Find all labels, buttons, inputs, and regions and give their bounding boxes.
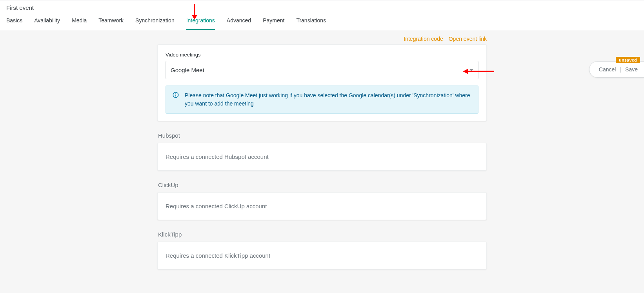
section-title-klicktipp: KlickTipp [158, 231, 487, 238]
cancel-button[interactable]: Cancel [599, 66, 616, 73]
tab-advanced[interactable]: Advanced [227, 13, 251, 30]
section-title-clickup: ClickUp [158, 182, 487, 188]
svg-point-2 [175, 93, 176, 94]
chevron-down-icon [469, 69, 473, 71]
page-header: First event BasicsAvailabilityMediaTeamw… [0, 0, 644, 30]
info-box: Please note that Google Meet just workin… [166, 86, 478, 114]
tab-integrations[interactable]: Integrations [186, 13, 215, 30]
section-card-clickup: Requires a connected ClickUp account [157, 192, 487, 220]
video-meetings-card: Video meetings Google Meet Please note t… [157, 44, 487, 121]
section-card-hubspot: Requires a connected Hubspot account [157, 143, 487, 171]
open-event-link[interactable]: Open event link [449, 36, 487, 42]
save-button[interactable]: Save [625, 66, 638, 73]
page-title: First event [0, 0, 644, 13]
separator: | [620, 66, 621, 73]
tab-synchronization[interactable]: Synchronization [135, 13, 175, 30]
tab-basics[interactable]: Basics [6, 13, 22, 30]
info-message: Please note that Google Meet just workin… [185, 91, 472, 108]
tab-media[interactable]: Media [72, 13, 87, 30]
tab-bar: BasicsAvailabilityMediaTeamworkSynchroni… [0, 13, 644, 30]
tab-availability[interactable]: Availability [34, 13, 60, 30]
top-links: Integration code Open event link [157, 36, 487, 42]
main-column: Integration code Open event link Video m… [157, 30, 487, 269]
section-title-hubspot: Hubspot [158, 132, 487, 139]
save-pill: unsaved Cancel | Save [589, 61, 644, 78]
tab-teamwork[interactable]: Teamwork [98, 13, 124, 30]
info-icon [172, 91, 179, 100]
tab-payment[interactable]: Payment [263, 13, 284, 30]
video-meetings-select[interactable]: Google Meet [166, 61, 478, 79]
unsaved-badge: unsaved [616, 57, 640, 63]
integration-code-link[interactable]: Integration code [404, 36, 443, 42]
tab-translations[interactable]: Translations [296, 13, 326, 30]
video-meetings-selected: Google Meet [171, 67, 204, 73]
video-meetings-label: Video meetings [166, 52, 478, 58]
section-card-klicktipp: Requires a connected KlickTipp account [157, 242, 487, 269]
